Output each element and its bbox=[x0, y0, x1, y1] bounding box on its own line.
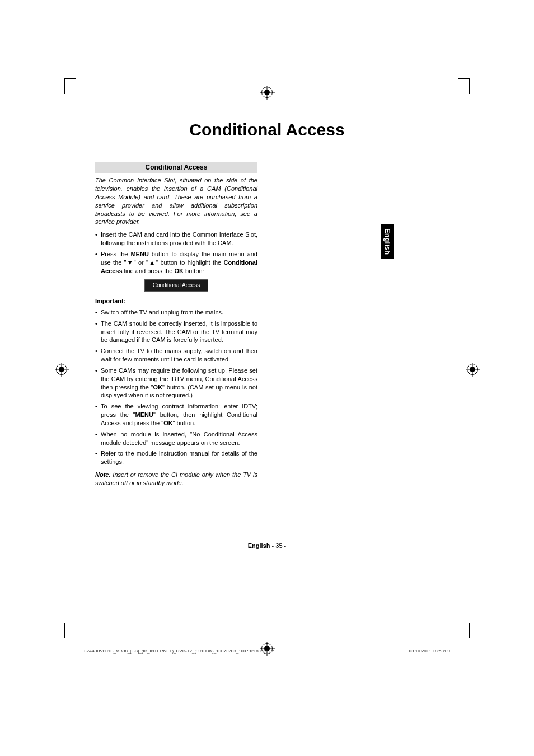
ok-bold-label: OK bbox=[175, 267, 184, 274]
instruction-list-2: Switch off the TV and unplug from the ma… bbox=[95, 308, 257, 466]
list-item: To see the viewing contract information:… bbox=[95, 402, 257, 428]
language-tab: English bbox=[381, 224, 394, 259]
page-container: Conditional Access English Conditional A… bbox=[56, 73, 478, 683]
text-span: button: bbox=[184, 267, 204, 274]
note-paragraph: Note: Insert or remove the CI module onl… bbox=[95, 471, 257, 487]
note-bold-label: Note bbox=[95, 471, 109, 478]
text-span: " or " bbox=[134, 259, 148, 266]
menu-bold-label: MENU bbox=[130, 251, 148, 257]
text-span: " button to highlight the bbox=[156, 259, 223, 266]
arrow-down-icon: ▼ bbox=[126, 259, 133, 266]
print-file-path: 32&40BV801B_MB38_[GB]_(IB_INTERNET)_DVB-… bbox=[84, 649, 274, 654]
menu-bold-label: MENU bbox=[135, 411, 153, 418]
text-span: line and press the bbox=[123, 267, 175, 274]
menu-bar-screenshot: Conditional Access bbox=[144, 279, 209, 292]
text-span: " button. bbox=[173, 420, 196, 426]
list-item: Some CAMs may require the following set … bbox=[95, 367, 257, 400]
footer-language: English bbox=[248, 542, 270, 549]
list-item: The CAM should be correctly inserted, it… bbox=[95, 320, 257, 345]
note-body: : Insert or remove the CI module only wh… bbox=[95, 471, 257, 486]
important-heading: Important: bbox=[95, 297, 257, 306]
content-column: Conditional Access The Common Interface … bbox=[95, 162, 257, 487]
list-item: When no module is inserted, "No Conditio… bbox=[95, 430, 257, 447]
arrow-up-icon: ▲ bbox=[148, 259, 156, 266]
list-item: Switch off the TV and unplug from the ma… bbox=[95, 308, 257, 317]
ok-bold-label: OK bbox=[153, 384, 163, 391]
list-item: Refer to the module instruction manual f… bbox=[95, 449, 257, 466]
intro-paragraph: The Common Interface Slot, situated on t… bbox=[95, 176, 257, 226]
text-span: Press the bbox=[101, 251, 130, 257]
print-timestamp: 03.10.2011 18:53:09 bbox=[409, 649, 450, 654]
ok-bold-label: OK bbox=[163, 420, 173, 426]
instruction-list-1: Insert the CAM and card into the Common … bbox=[95, 231, 257, 275]
section-heading: Conditional Access bbox=[95, 162, 257, 173]
footer-page: - 35 - bbox=[270, 542, 287, 549]
list-item: Press the MENU button to display the mai… bbox=[95, 250, 257, 275]
list-item: Connect the TV to the mains supply, swit… bbox=[95, 347, 257, 364]
list-item: Insert the CAM and card into the Common … bbox=[95, 231, 257, 247]
print-metadata: 32&40BV801B_MB38_[GB]_(IB_INTERNET)_DVB-… bbox=[84, 649, 450, 654]
footer-page-number: English - 35 - bbox=[56, 542, 478, 549]
page-title: Conditional Access bbox=[56, 120, 478, 139]
